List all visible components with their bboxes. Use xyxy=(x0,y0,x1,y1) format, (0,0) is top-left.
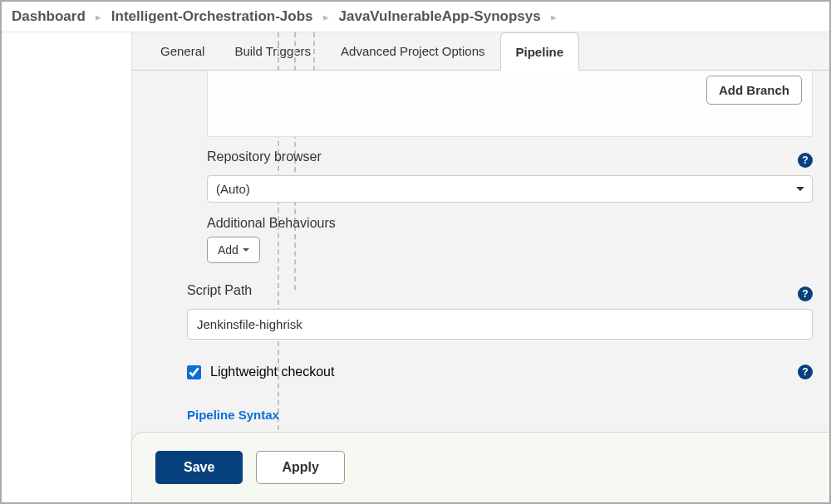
breadcrumb: Dashboard ▸ Intelligent-Orchestration-Jo… xyxy=(2,2,829,32)
breadcrumb-item-dashboard[interactable]: Dashboard xyxy=(12,8,86,25)
chevron-right-icon: ▸ xyxy=(323,11,329,23)
add-behaviour-button[interactable]: Add xyxy=(207,237,260,263)
section-lightweight-checkout: Lightweight checkout ? xyxy=(187,365,813,379)
help-icon[interactable]: ? xyxy=(798,153,813,168)
footer-actions: Save Apply xyxy=(131,432,829,502)
section-script-path: Script Path ? xyxy=(187,283,813,340)
script-path-input[interactable] xyxy=(187,309,813,340)
lightweight-checkout-label: Lightweight checkout xyxy=(210,365,334,379)
lightweight-checkout-checkbox[interactable] xyxy=(187,365,201,379)
chevron-right-icon: ▸ xyxy=(96,11,101,23)
help-icon[interactable]: ? xyxy=(798,286,813,301)
section-repository-browser: Repository browser ? (Auto) Additional B… xyxy=(207,149,813,263)
help-icon[interactable]: ? xyxy=(798,365,813,379)
additional-behaviours-label: Additional Behaviours xyxy=(207,216,813,231)
save-button[interactable]: Save xyxy=(155,451,243,484)
branches-box: Add Branch xyxy=(207,71,813,137)
chevron-down-icon xyxy=(243,248,249,252)
script-path-label: Script Path xyxy=(187,283,252,298)
add-branch-button[interactable]: Add Branch xyxy=(706,76,802,105)
breadcrumb-item-job[interactable]: JavaVulnerableApp-Synopsys xyxy=(339,8,541,25)
content-panel: General Build Triggers Advanced Project … xyxy=(131,32,829,498)
pipeline-syntax-link[interactable]: Pipeline Syntax xyxy=(187,408,279,422)
repository-browser-select[interactable]: (Auto) xyxy=(207,175,813,203)
add-button-label: Add xyxy=(218,243,238,257)
tab-build-triggers[interactable]: Build Triggers xyxy=(219,32,326,70)
apply-button[interactable]: Apply xyxy=(256,451,344,484)
breadcrumb-item-folder[interactable]: Intelligent-Orchestration-Jobs xyxy=(111,8,313,25)
tab-pipeline[interactable]: Pipeline xyxy=(500,32,580,71)
repository-browser-label: Repository browser xyxy=(207,149,322,164)
tab-advanced-project-options[interactable]: Advanced Project Options xyxy=(326,32,499,70)
tab-general[interactable]: General xyxy=(145,32,219,70)
tabs: General Build Triggers Advanced Project … xyxy=(132,32,829,71)
sidebar xyxy=(2,32,131,498)
chevron-right-icon: ▸ xyxy=(551,11,557,23)
